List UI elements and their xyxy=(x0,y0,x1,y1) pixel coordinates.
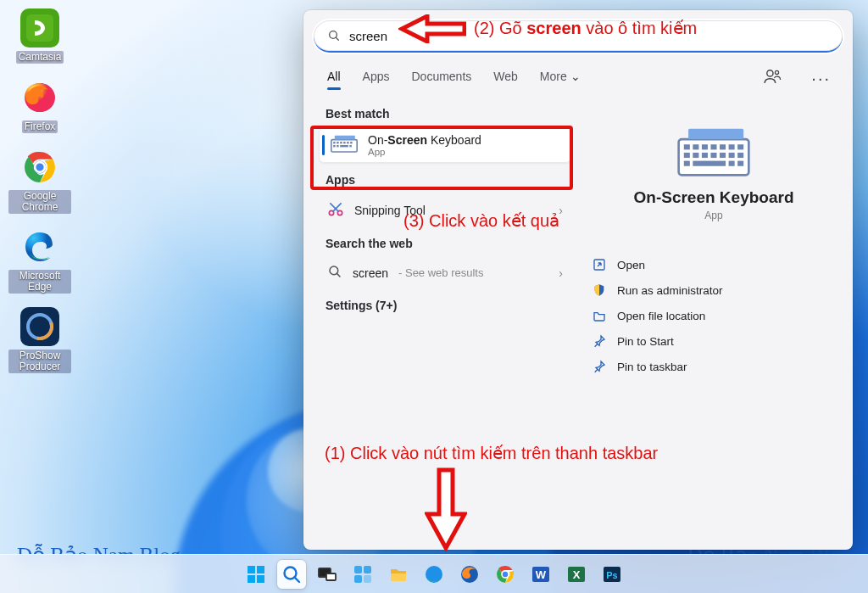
action-label: Open xyxy=(617,259,645,271)
desktop-icon-label: ProShow Producer xyxy=(8,350,71,373)
desktop-icon-edge[interactable]: Microsoft Edge xyxy=(8,227,71,294)
arrow-left-icon xyxy=(398,14,466,43)
taskbar-excel[interactable]: X xyxy=(562,560,591,589)
svg-rect-46 xyxy=(688,129,743,139)
selection-indicator xyxy=(322,135,325,155)
svg-rect-35 xyxy=(684,153,690,158)
shield-icon xyxy=(592,283,607,297)
desktop: Camtasia Firefox Google Chrome Microsoft… xyxy=(0,0,868,593)
tab-web[interactable]: Web xyxy=(492,66,520,90)
taskbar-chrome[interactable] xyxy=(491,560,520,589)
results-preview: On-Screen Keyboard App Open xyxy=(587,97,841,379)
svg-point-4 xyxy=(35,162,45,172)
svg-line-26 xyxy=(337,273,340,277)
action-label: Open file location xyxy=(617,310,705,322)
section-settings: Settings (7+) xyxy=(326,299,571,312)
action-label: Pin to Start xyxy=(617,335,674,348)
tab-more[interactable]: More ⌄ xyxy=(538,66,582,90)
account-icon[interactable] xyxy=(764,69,782,87)
svg-text:X: X xyxy=(573,568,581,581)
svg-rect-45 xyxy=(737,161,743,166)
best-match-title: On-Screen Keyboard xyxy=(368,133,481,147)
action-open-file-location[interactable]: Open file location xyxy=(587,303,841,328)
search-icon xyxy=(327,29,341,42)
annotation-step3: (3) Click vào kết quả xyxy=(403,210,559,231)
tab-more-label: More xyxy=(540,70,567,83)
svg-rect-40 xyxy=(729,153,735,158)
desktop-icon-chrome[interactable]: Google Chrome xyxy=(8,148,71,214)
taskbar-taskview[interactable] xyxy=(313,560,342,589)
svg-rect-0 xyxy=(26,14,53,42)
action-label: Pin to taskbar xyxy=(617,361,687,373)
result-best-match[interactable]: On-Screen Keyboard App xyxy=(319,127,571,163)
svg-rect-34 xyxy=(737,144,743,149)
edge-icon xyxy=(20,227,59,266)
taskbar-explorer[interactable] xyxy=(384,560,413,589)
web-term: screen xyxy=(353,266,388,280)
svg-rect-14 xyxy=(340,142,342,143)
open-icon xyxy=(592,258,607,271)
taskbar-firefox[interactable] xyxy=(455,560,484,589)
action-run-admin[interactable]: Run as administrator xyxy=(587,277,841,303)
tab-documents[interactable]: Documents xyxy=(409,66,473,90)
desktop-icon-label: Microsoft Edge xyxy=(8,270,71,294)
on-screen-keyboard-icon xyxy=(331,135,358,155)
taskbar-photoshop[interactable]: Ps xyxy=(598,560,626,589)
taskbar-start[interactable] xyxy=(242,560,270,589)
svg-rect-48 xyxy=(248,566,255,573)
desktop-icon-label: Google Chrome xyxy=(8,190,71,214)
svg-rect-15 xyxy=(343,142,345,143)
svg-rect-51 xyxy=(257,575,264,583)
chevron-right-icon: › xyxy=(559,266,563,280)
action-pin-taskbar[interactable]: Pin to taskbar xyxy=(587,354,841,379)
taskbar-search[interactable] xyxy=(277,560,306,589)
svg-text:Ps: Ps xyxy=(606,570,617,580)
svg-rect-38 xyxy=(710,153,716,158)
search-tabs: All Apps Documents Web More ⌄ ··· xyxy=(303,61,853,93)
desktop-icon-firefox[interactable]: Firefox xyxy=(8,78,71,133)
svg-rect-59 xyxy=(364,575,371,583)
tab-all[interactable]: All xyxy=(326,66,342,90)
more-options-icon[interactable]: ··· xyxy=(811,69,831,88)
chevron-down-icon: ⌄ xyxy=(570,70,581,83)
svg-rect-57 xyxy=(364,566,371,573)
result-web-search[interactable]: screen - See web results › xyxy=(319,257,571,288)
firefox-icon xyxy=(20,78,59,117)
chrome-icon xyxy=(20,148,59,187)
svg-rect-43 xyxy=(693,161,726,166)
svg-rect-32 xyxy=(720,144,726,149)
svg-rect-22 xyxy=(335,136,355,140)
svg-rect-37 xyxy=(702,153,708,158)
annotation-step2: (2) Gõ screen vào ô tìm kiếm xyxy=(474,18,697,38)
svg-rect-21 xyxy=(349,145,351,147)
tab-apps[interactable]: Apps xyxy=(361,66,392,90)
taskbar-edge[interactable] xyxy=(420,560,448,589)
svg-rect-17 xyxy=(350,142,352,143)
action-open[interactable]: Open xyxy=(587,252,841,277)
svg-rect-30 xyxy=(702,144,708,149)
taskbar: W X Ps xyxy=(0,554,868,593)
svg-rect-19 xyxy=(337,145,338,147)
results-left: Best match On-Screen Keyboard App Apps xyxy=(319,97,571,379)
svg-rect-55 xyxy=(326,573,336,580)
desktop-icon-proshow[interactable]: ProShow Producer xyxy=(8,307,71,373)
desktop-icon-camtasia[interactable]: Camtasia xyxy=(8,8,71,64)
desktop-icon-label: Firefox xyxy=(22,120,58,133)
preview-type: App xyxy=(587,210,841,221)
snipping-tool-icon xyxy=(327,200,344,220)
svg-rect-39 xyxy=(720,153,726,158)
svg-rect-12 xyxy=(333,142,335,143)
action-pin-start[interactable]: Pin to Start xyxy=(587,328,841,354)
taskbar-widgets[interactable] xyxy=(348,560,377,589)
folder-icon xyxy=(592,309,607,322)
svg-rect-41 xyxy=(737,153,743,158)
desktop-icon-label: Camtasia xyxy=(16,51,64,64)
svg-line-53 xyxy=(294,577,299,582)
svg-rect-20 xyxy=(340,145,348,147)
taskbar-word[interactable]: W xyxy=(526,560,555,589)
preview-title: On-Screen Keyboard xyxy=(587,188,841,207)
svg-rect-50 xyxy=(248,575,255,583)
camtasia-icon xyxy=(20,8,59,48)
svg-text:W: W xyxy=(536,568,547,581)
svg-rect-16 xyxy=(347,142,348,143)
